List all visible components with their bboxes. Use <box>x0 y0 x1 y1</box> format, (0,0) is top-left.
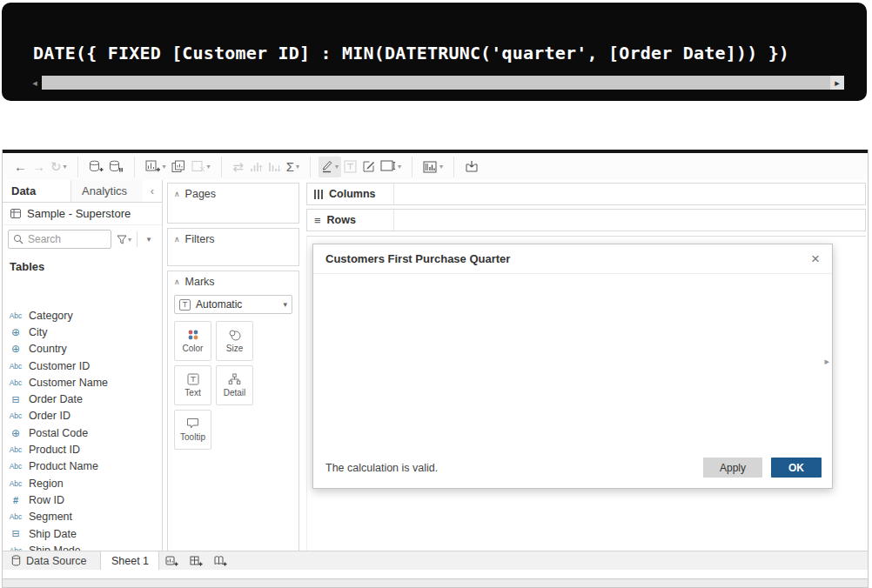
data-source-tab-label: Data Source <box>26 555 86 567</box>
rows-shelf-label: Rows <box>327 214 356 226</box>
pages-card-label: Pages <box>185 188 216 200</box>
field-item[interactable]: Abc Order ID <box>3 408 162 424</box>
funnel-caret-icon: ▾ <box>128 236 131 244</box>
new-dashboard-tab-icon[interactable] <box>184 551 208 570</box>
sheet-tab-bar: Data Source Sheet 1 <box>3 551 868 570</box>
field-type-icon: Abc <box>3 512 29 521</box>
forward-icon[interactable]: → <box>30 157 48 177</box>
field-filter-button[interactable]: ▾ <box>115 235 133 244</box>
data-pane: Data Analytics ‹ Sample - Superstore ▾ <box>3 180 163 560</box>
field-item[interactable]: ⊟ Order Date <box>3 391 162 407</box>
toolbar-separator <box>221 157 222 177</box>
annotate-icon[interactable] <box>359 157 378 177</box>
field-label: City <box>29 326 48 338</box>
toolbar-separator <box>412 157 413 177</box>
text-button[interactable]: Text <box>174 365 211 405</box>
color-button[interactable]: Color <box>174 321 211 361</box>
columns-icon <box>314 190 323 199</box>
fit-caret-icon: ▾ <box>398 163 401 170</box>
swap-axes-icon[interactable]: ⇄ <box>230 157 247 177</box>
tab-data[interactable]: Data <box>3 180 70 202</box>
scrollbar-thumb[interactable] <box>42 76 830 90</box>
field-label: Ship Date <box>29 528 77 540</box>
chevron-up-icon: ∧ <box>174 235 180 244</box>
toolbar-separator <box>453 157 454 177</box>
duplicate-sheet-icon[interactable] <box>169 157 189 177</box>
new-story-tab-icon[interactable] <box>208 551 232 570</box>
detail-button[interactable]: Detail <box>216 365 253 405</box>
rows-shelf[interactable]: ≡ Rows <box>306 209 866 231</box>
field-item[interactable]: Abc Segment <box>3 509 162 525</box>
sort-descending-icon[interactable] <box>265 157 284 177</box>
field-item[interactable]: Abc Product ID <box>3 441 162 458</box>
field-label: Customer Name <box>29 377 108 389</box>
tab-data-source[interactable]: Data Source <box>3 551 100 570</box>
show-me-caret-icon: ▾ <box>439 163 443 170</box>
redo-icon[interactable]: ↻▾ <box>48 157 70 177</box>
scroll-left-icon[interactable]: ◂ <box>28 76 42 90</box>
tooltip-button[interactable]: Tooltip <box>174 410 211 450</box>
field-item[interactable]: Abc Category <box>3 307 162 324</box>
apply-button[interactable]: Apply <box>703 458 762 478</box>
tab-sheet1[interactable]: Sheet 1 <box>100 551 159 570</box>
download-icon[interactable] <box>462 157 481 177</box>
field-label: Order ID <box>29 410 70 422</box>
show-mark-totals-icon[interactable]: Σ▾ <box>284 157 302 177</box>
fit-selector-icon[interactable]: ▾ <box>378 157 404 177</box>
pages-card[interactable]: ∧Pages <box>167 183 299 224</box>
field-label: Country <box>29 343 67 355</box>
toolbar-separator <box>310 157 311 177</box>
search-input[interactable] <box>28 233 97 245</box>
text-button-label: Text <box>184 388 200 398</box>
show-me-icon[interactable]: ▾ <box>420 157 446 177</box>
expand-panel-icon[interactable]: ▸ <box>824 356 829 367</box>
field-item[interactable]: ⊟ Ship Date <box>3 525 162 542</box>
search-box[interactable] <box>8 230 111 249</box>
new-data-source-icon[interactable] <box>86 157 106 177</box>
datasource-item[interactable]: Sample - Superstore <box>3 203 162 225</box>
toolbar-separator <box>134 157 135 177</box>
field-item[interactable]: Abc Customer ID <box>3 357 162 374</box>
field-item[interactable]: ⊕ Country <box>3 341 162 357</box>
sort-ascending-icon[interactable] <box>247 157 265 177</box>
calculation-dialog: Customers First Purchase Quarter × ▸ The… <box>312 244 833 489</box>
detail-icon <box>228 373 241 385</box>
size-button[interactable]: Size <box>216 321 253 361</box>
mark-type-dropdown[interactable]: T Automatic ▾ <box>174 295 292 314</box>
collapse-pane-icon[interactable]: ‹ <box>143 184 162 197</box>
search-row: ▾ ▾ <box>3 225 162 253</box>
back-icon[interactable]: ← <box>11 157 30 177</box>
new-worksheet-tab-icon[interactable] <box>159 551 184 570</box>
field-item[interactable]: # Row ID <box>3 491 162 508</box>
field-item[interactable]: Abc Customer Name <box>3 374 162 391</box>
tab-analytics[interactable]: Analytics <box>70 180 143 202</box>
field-label: Segment <box>29 511 72 523</box>
size-icon <box>228 329 241 341</box>
toolbar-separator <box>77 157 78 177</box>
ok-button[interactable]: OK <box>771 458 822 478</box>
pane-menu-icon[interactable]: ▾ <box>141 235 157 244</box>
mark-type-icon: T <box>179 299 191 311</box>
columns-shelf-label: Columns <box>329 188 375 200</box>
data-pane-tabs: Data Analytics ‹ <box>3 180 162 203</box>
field-label: Region <box>29 478 64 490</box>
highlight-caret-icon: ▾ <box>335 163 339 170</box>
field-item[interactable]: Abc Product Name <box>3 458 162 475</box>
field-label: Product Name <box>29 460 98 472</box>
clear-sheet-icon[interactable]: ▾ <box>189 157 213 177</box>
datasource-icon <box>10 208 22 219</box>
scroll-right-icon[interactable]: ▸ <box>830 76 844 90</box>
highlight-icon[interactable]: ▾ <box>319 157 341 177</box>
columns-shelf[interactable]: Columns <box>306 183 866 205</box>
chevron-up-icon: ∧ <box>174 190 180 198</box>
field-type-icon: ⊕ <box>3 326 29 338</box>
banner-horizontal-scrollbar[interactable]: ◂ ▸ <box>28 76 844 90</box>
field-item[interactable]: Abc Region <box>3 475 162 491</box>
text-label-icon[interactable] <box>341 157 359 177</box>
field-item[interactable]: ⊕ Postal Code <box>3 424 162 441</box>
filters-card[interactable]: ∧Filters <box>167 228 299 266</box>
close-icon[interactable]: × <box>811 251 820 266</box>
field-item[interactable]: ⊕ City <box>3 324 162 340</box>
new-worksheet-icon[interactable]: ▾ <box>143 157 169 177</box>
pause-auto-updates-icon[interactable] <box>106 157 126 177</box>
